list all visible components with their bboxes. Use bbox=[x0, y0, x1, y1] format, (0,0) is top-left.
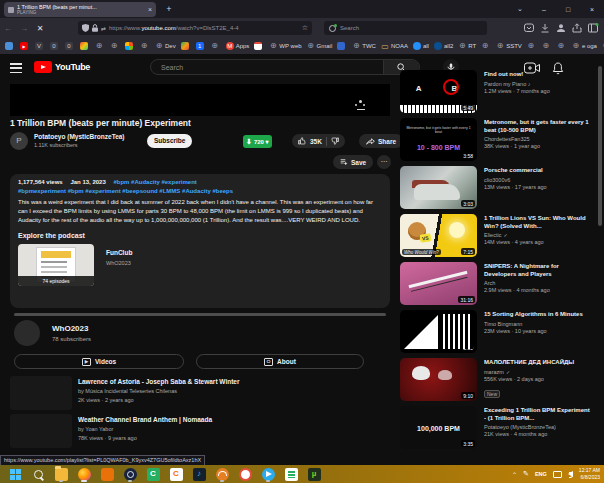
channel-avatar[interactable]: P bbox=[10, 132, 28, 150]
stop-button[interactable]: ✕ bbox=[32, 24, 48, 33]
start-button[interactable] bbox=[8, 466, 22, 482]
browser-tab[interactable]: 1 Trillion BPM (beats per minut... PLAYI… bbox=[4, 2, 156, 17]
video-title[interactable]: Lawrence of Astoria - Joseph Saba & Stew… bbox=[78, 378, 240, 385]
utorrent[interactable]: µ bbox=[307, 466, 321, 482]
bookmark-item[interactable] bbox=[337, 42, 347, 50]
bookmark-item[interactable]: NOAA bbox=[381, 42, 408, 50]
maximize-button[interactable]: □ bbox=[556, 6, 580, 13]
audio-app[interactable] bbox=[215, 466, 229, 482]
video-title[interactable]: 1 Trillion Lions VS Sun: Who Would Win? … bbox=[484, 215, 592, 230]
tab-list-icon[interactable]: ⌄ bbox=[508, 5, 532, 13]
bookmark-item[interactable]: all bbox=[413, 42, 429, 50]
close-button[interactable]: × bbox=[580, 6, 604, 13]
video-thumbnail[interactable]: 31:16 bbox=[400, 262, 477, 305]
menu-icon[interactable] bbox=[10, 63, 22, 73]
recommended-video[interactable]: 3:03 Porsche commercial clio3000v6 13M v… bbox=[400, 166, 594, 214]
url-bar[interactable]: ⇄ https://www.youtube.com/watch?v=DlsST2… bbox=[78, 21, 312, 35]
bookmark-item[interactable]: Dev bbox=[155, 42, 176, 50]
store-app[interactable] bbox=[100, 466, 114, 482]
bookmark-item[interactable]: M Apps bbox=[226, 42, 250, 50]
language-indicator[interactable]: ENG bbox=[535, 471, 547, 477]
channel-name[interactable]: Timo Bingmann bbox=[484, 321, 592, 327]
steam[interactable] bbox=[123, 466, 137, 482]
telegram[interactable] bbox=[261, 466, 275, 482]
hashtags-line[interactable]: #bpmexperiment #bpm #experiment #beepsou… bbox=[18, 188, 382, 194]
video-player[interactable] bbox=[10, 84, 390, 116]
media-player[interactable]: ♪ bbox=[192, 466, 206, 482]
video-title[interactable]: МАЛОЛЕТНИЕ ДЕД ИНСАЙДЫ bbox=[484, 359, 592, 367]
about-button[interactable]: ⵔ About bbox=[196, 354, 364, 369]
video-thumbnail[interactable]: 9:10 bbox=[400, 358, 477, 401]
bookmark-item[interactable] bbox=[527, 42, 537, 50]
bookmark-item[interactable] bbox=[5, 42, 15, 50]
video-thumbnail[interactable]: A B 5:49 bbox=[400, 70, 477, 113]
bookmark-item[interactable]: WP web bbox=[269, 42, 301, 50]
channel-name[interactable]: Pardon my Piano ♪ bbox=[484, 81, 592, 87]
bookmark-item[interactable]: 1 bbox=[196, 42, 206, 50]
bookmark-item[interactable] bbox=[557, 42, 567, 50]
video-thumbnail[interactable]: 3:03 bbox=[400, 166, 477, 209]
podcast-channel[interactable]: WhO2023 bbox=[106, 260, 131, 266]
channel-video-item[interactable]: Lawrence of Astoria - Joseph Saba & Stew… bbox=[10, 374, 390, 412]
podcast-card[interactable]: 74 episodes FunClub WhO2023 bbox=[18, 244, 382, 288]
page-scrollbar[interactable] bbox=[598, 66, 602, 226]
app-orange-c[interactable]: C bbox=[169, 466, 183, 482]
channel-name[interactable]: Potatoeyo (MysticBronzeTea) bbox=[484, 424, 592, 430]
bookmark-item[interactable] bbox=[20, 42, 30, 50]
channel-name[interactable]: Arch bbox=[484, 280, 592, 286]
recommended-video[interactable]: Metronome, but it gets faster with every… bbox=[400, 118, 594, 166]
account-icon[interactable] bbox=[556, 23, 566, 33]
bookmark-item[interactable]: 0 bbox=[65, 42, 75, 50]
youtube-logo[interactable]: YouTube bbox=[34, 61, 90, 73]
share-button[interactable]: Share bbox=[359, 134, 403, 148]
firefox[interactable] bbox=[77, 466, 91, 482]
channel-name[interactable]: Eliectic✓ bbox=[484, 232, 592, 238]
tab-close-icon[interactable]: × bbox=[148, 6, 152, 13]
video-thumbnail[interactable]: Metronome, but it gets faster with every… bbox=[400, 118, 477, 161]
video-title[interactable]: Metronome, but it gets faster every 1 be… bbox=[484, 119, 592, 134]
video-thumbnail[interactable]: 100,000 BPM 3:35 bbox=[400, 406, 477, 449]
channel-card-name[interactable]: WhO2023 bbox=[52, 324, 88, 333]
description-box[interactable]: 1,177,564 views Jan 13, 2023 #bpm #Audac… bbox=[10, 174, 390, 308]
browser-search-input[interactable]: Search bbox=[324, 21, 487, 35]
youtube-search-input[interactable]: Search bbox=[150, 59, 420, 75]
volume-icon[interactable] bbox=[568, 471, 573, 477]
shield-icon[interactable] bbox=[82, 24, 89, 32]
channel-name[interactable]: ChordettesFan325 bbox=[484, 136, 592, 142]
channel-name[interactable]: clio3000v6 bbox=[484, 177, 592, 183]
video-title[interactable]: Porsche commercial bbox=[484, 167, 592, 175]
app-green-c[interactable]: C bbox=[146, 466, 160, 482]
bookmark-item[interactable] bbox=[542, 42, 552, 50]
subscribe-button[interactable]: Subscribe bbox=[147, 134, 192, 148]
bookmark-item[interactable] bbox=[181, 42, 191, 50]
save-button[interactable]: Save bbox=[333, 155, 373, 169]
download-extension-button[interactable]: ⬇ 720 ▾ bbox=[243, 135, 272, 148]
bookmark-item[interactable] bbox=[95, 42, 105, 50]
bookmark-item[interactable]: RT bbox=[458, 42, 476, 50]
pocket-icon[interactable] bbox=[524, 23, 534, 33]
file-explorer[interactable] bbox=[54, 466, 68, 482]
notes-app[interactable] bbox=[284, 466, 298, 482]
minimize-button[interactable]: – bbox=[532, 6, 556, 13]
taskbar-search[interactable] bbox=[31, 466, 45, 482]
video-title[interactable]: SNIPERS: A Nightmare for Developers and … bbox=[484, 263, 592, 278]
video-thumbnail[interactable] bbox=[10, 414, 72, 448]
recommended-video[interactable]: 100,000 BPM 3:35 Exceeding 1 Trillion BP… bbox=[400, 406, 594, 454]
podcast-thumbnail[interactable]: 74 episodes bbox=[18, 244, 94, 286]
bookmark-item[interactable]: Gmail bbox=[307, 42, 333, 50]
video-thumbnail[interactable] bbox=[10, 376, 72, 410]
new-tab-button[interactable]: + bbox=[162, 3, 176, 16]
recommended-video[interactable]: 31:16 SNIPERS: A Nightmare for Developer… bbox=[400, 262, 594, 310]
bookmark-item[interactable]: V bbox=[35, 42, 45, 50]
tab-audio-icon[interactable] bbox=[8, 7, 14, 13]
bookmark-item[interactable] bbox=[125, 42, 135, 50]
recommended-video[interactable]: VS Who Would Win? 7:15 1 Trillion Lions … bbox=[400, 214, 594, 262]
video-title[interactable]: Weather Channel Brand Anthem | Nomaada bbox=[78, 416, 212, 423]
bookmark-item[interactable]: 0 bbox=[50, 42, 60, 50]
thumbs-up-icon[interactable] bbox=[298, 137, 306, 145]
tray-chevron-icon[interactable]: ⌃ bbox=[512, 471, 517, 478]
thumbs-down-icon[interactable] bbox=[331, 137, 339, 145]
channel-name[interactable]: marazm✓ bbox=[484, 369, 592, 375]
inline-hashtags[interactable]: #bpm #Audacity #experiment bbox=[113, 179, 196, 185]
pen-icon[interactable]: ✎ bbox=[523, 470, 529, 478]
